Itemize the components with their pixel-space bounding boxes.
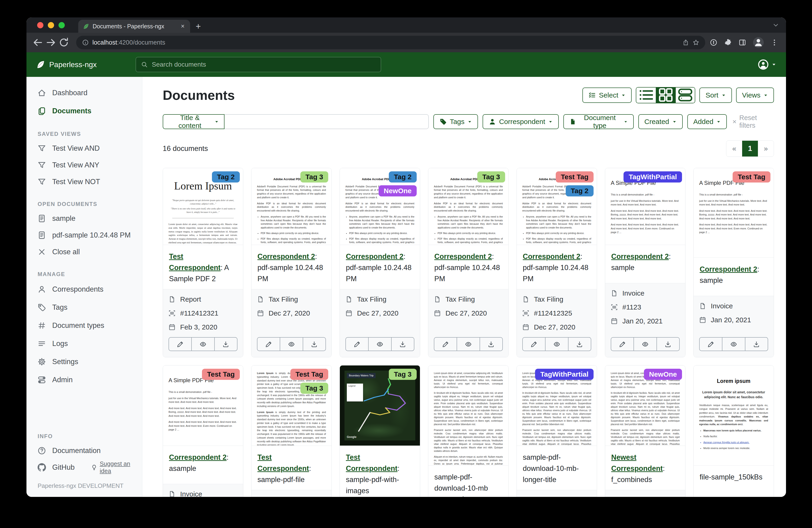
document-thumbnail[interactable]: Lorem ipsumLorem ipsum dolor sit amet, c… xyxy=(694,366,774,466)
manage-item[interactable]: Tags xyxy=(27,298,142,316)
documentation-link[interactable]: Documentation xyxy=(27,442,142,459)
document-card[interactable]: Lorem Ipsum is simply dummy text of the … xyxy=(251,365,332,497)
document-card[interactable]: Lorem ipsum dolor sit amet, consectetur … xyxy=(428,365,509,497)
extensions-puzzle-icon[interactable] xyxy=(724,39,732,46)
download-button[interactable] xyxy=(656,338,679,351)
user-menu-button[interactable] xyxy=(758,59,776,70)
correspondent-link[interactable]: Test Correspondent xyxy=(169,252,220,272)
download-button[interactable] xyxy=(745,338,768,351)
tag-badge[interactable]: Tag 2 xyxy=(566,185,594,197)
manage-item[interactable]: Settings xyxy=(27,353,142,371)
zoom-window-button[interactable] xyxy=(58,22,65,28)
previous-page-button[interactable]: « xyxy=(726,141,742,157)
views-dropdown-button[interactable]: Views xyxy=(736,87,774,103)
edit-button[interactable] xyxy=(434,338,456,351)
manage-item[interactable]: Correspondents xyxy=(27,280,142,298)
address-bar[interactable]: localhost:4200/documents xyxy=(76,36,705,49)
tag-badge[interactable]: Test Tag xyxy=(202,369,240,380)
saved-view-item[interactable]: Test View AND xyxy=(27,140,142,157)
edit-button[interactable] xyxy=(611,338,634,351)
browser-profile-avatar[interactable] xyxy=(753,37,764,48)
tag-badge[interactable]: TagWithPartial xyxy=(624,171,682,183)
suggest-idea-link[interactable]: Suggest an idea xyxy=(91,460,142,475)
site-info-icon[interactable] xyxy=(82,39,89,46)
detail-view-button[interactable] xyxy=(675,87,695,103)
tag-badge[interactable]: Test Tag xyxy=(290,369,328,380)
filter-dropdown-button[interactable]: Tags xyxy=(433,114,478,129)
new-tab-button[interactable]: + xyxy=(190,20,206,33)
manage-item[interactable]: Admin xyxy=(27,371,142,389)
document-card[interactable]: Lorem ipsum dolor sit amet, consectetur … xyxy=(517,365,597,497)
correspondent-link[interactable]: Correspondent 2 xyxy=(258,252,315,260)
next-page-button[interactable]: » xyxy=(758,141,774,157)
tag-badge[interactable]: Tag 3 xyxy=(300,171,328,183)
close-window-button[interactable] xyxy=(37,22,43,28)
app-brand[interactable]: Paperless-ngx xyxy=(36,60,135,69)
global-search[interactable] xyxy=(135,57,381,72)
view-button[interactable] xyxy=(280,338,303,351)
reload-button[interactable] xyxy=(58,37,69,48)
view-button[interactable] xyxy=(722,338,745,351)
search-input[interactable] xyxy=(151,61,376,69)
document-card[interactable]: A Simple PDF FileThis is a small demonst… xyxy=(693,168,774,357)
edit-button[interactable] xyxy=(258,338,280,351)
tag-badge[interactable]: Tag 3 xyxy=(477,171,505,183)
download-button[interactable] xyxy=(303,338,325,351)
tag-badge[interactable]: Test Tag xyxy=(556,171,594,183)
view-button[interactable] xyxy=(456,338,479,351)
open-document-item[interactable]: pdf-sample 10.24.48 PM xyxy=(27,227,142,244)
back-button[interactable] xyxy=(32,37,43,48)
tag-badge[interactable]: NewOne xyxy=(379,185,417,197)
tag-badge[interactable]: Tag 2 xyxy=(212,171,240,183)
filter-field-selector[interactable]: Title & content xyxy=(163,114,224,129)
manage-item[interactable]: Logs xyxy=(27,334,142,353)
filter-dropdown-button[interactable]: Document type xyxy=(563,114,634,129)
document-card[interactable]: A Simple PDF FileThis is a small demonst… xyxy=(605,168,685,357)
correspondent-link[interactable]: Correspondent 2 xyxy=(700,265,757,273)
open-document-item[interactable]: sample xyxy=(27,210,142,227)
filter-dropdown-button[interactable]: Correspondent xyxy=(483,114,559,129)
filter-text-input[interactable] xyxy=(224,114,429,129)
view-button[interactable] xyxy=(545,338,568,351)
edit-button[interactable] xyxy=(169,338,191,351)
edit-button[interactable] xyxy=(700,338,722,351)
document-card[interactable]: Adobe Acrobat PDF FilesAdobe® Portable D… xyxy=(517,168,597,357)
document-card[interactable]: Lorem ipsumLorem ipsum dolor sit amet, c… xyxy=(693,365,774,497)
view-button[interactable] xyxy=(191,338,214,351)
saved-view-item[interactable]: Test View NOT xyxy=(27,173,142,190)
view-button[interactable] xyxy=(368,338,391,351)
share-icon[interactable] xyxy=(682,39,689,46)
side-panel-icon[interactable] xyxy=(739,39,746,46)
correspondent-link[interactable]: Correspondent 2 xyxy=(611,252,669,260)
document-card[interactable]: A Simple PDF FileThis is a small demonst… xyxy=(163,365,243,497)
list-view-button[interactable] xyxy=(636,87,656,103)
github-label[interactable]: GitHub xyxy=(52,463,74,472)
tag-badge[interactable]: Tag 3 xyxy=(389,369,417,380)
sidebar-item[interactable]: Documents xyxy=(27,102,142,120)
filter-dropdown-button[interactable]: Added xyxy=(687,114,727,129)
correspondent-link[interactable]: Test Correspondent xyxy=(258,453,309,472)
tag-badge[interactable]: Tag 2 xyxy=(389,171,417,183)
document-thumbnail[interactable]: Lorem ipsum dolor sit amet, consectetur … xyxy=(428,366,508,466)
download-button[interactable] xyxy=(214,338,237,351)
view-button[interactable] xyxy=(634,338,656,351)
tag-badge[interactable]: Tag 3 xyxy=(300,383,328,394)
browser-tab[interactable]: Documents - Paperless-ngx × xyxy=(78,20,190,33)
correspondent-link[interactable]: Newest Correspondent xyxy=(611,453,663,472)
grid-view-button[interactable] xyxy=(656,87,675,103)
correspondent-link[interactable]: Correspondent 2 xyxy=(523,252,580,260)
sidebar-item[interactable]: Dashboard xyxy=(27,84,142,102)
browser-menu-kebab-icon[interactable] xyxy=(771,39,778,46)
select-dropdown-button[interactable]: Select xyxy=(582,87,632,103)
tag-badge[interactable]: NewOne xyxy=(644,369,682,380)
document-card[interactable]: Adobe Acrobat PDF FilesAdobe® Portable D… xyxy=(339,168,420,357)
document-card[interactable]: Lorem ipsum dolor sit amet, consectetur … xyxy=(605,365,685,497)
edit-button[interactable] xyxy=(346,338,368,351)
saved-view-item[interactable]: Test View ANY xyxy=(27,157,142,173)
edit-button[interactable] xyxy=(523,338,545,351)
download-button[interactable] xyxy=(391,338,414,351)
document-card[interactable]: Adobe Acrobat PDF FilesAdobe® Portable D… xyxy=(251,168,332,357)
document-card[interactable]: Adobe Acrobat PDF FilesAdobe® Portable D… xyxy=(428,168,509,357)
correspondent-link[interactable]: Correspondent 2 xyxy=(346,252,404,260)
document-card[interactable]: Boundary Waters TripLegendGoogleTag 3Tes… xyxy=(339,365,420,497)
